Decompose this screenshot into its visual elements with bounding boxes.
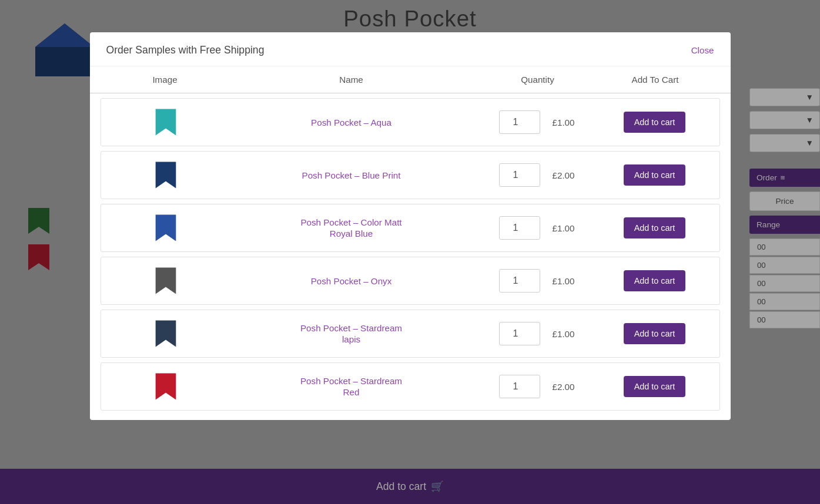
modal-overlay: Order Samples with Free Shipping Close I… xyxy=(0,0,820,504)
quantity-cell-aqua: £1.00 xyxy=(478,110,596,134)
add-to-cart-button-aqua[interactable]: Add to cart xyxy=(624,112,686,133)
product-image-lapis xyxy=(107,318,225,349)
table-row: Posh Pocket – Stardream lapis £1.00 Add … xyxy=(101,310,720,358)
col-header-name: Name xyxy=(224,75,479,85)
product-link-onyx[interactable]: Posh Pocket – Onyx xyxy=(311,276,392,286)
quantity-cell-blueprint: £2.00 xyxy=(478,163,596,187)
product-link-royalblue[interactable]: Posh Pocket – Color Matt xyxy=(300,217,401,227)
product-name-line2-lapis: lapis xyxy=(342,334,360,344)
table-body: Posh Pocket – Aqua £1.00 Add to cart xyxy=(90,93,731,420)
col-header-add-to-cart: Add To Cart xyxy=(597,75,714,85)
product-link-red[interactable]: Posh Pocket – Stardream xyxy=(300,376,402,386)
table-row: Posh Pocket – Color Matt Royal Blue £1.0… xyxy=(101,204,720,252)
price-onyx: £1.00 xyxy=(552,276,574,286)
product-name-lapis: Posh Pocket – Stardream lapis xyxy=(225,323,478,344)
add-to-cart-button-lapis[interactable]: Add to cart xyxy=(624,323,686,344)
quantity-cell-lapis: £1.00 xyxy=(478,322,596,345)
table-header: Image Name Quantity Add To Cart xyxy=(90,66,731,93)
product-link-aqua[interactable]: Posh Pocket – Aqua xyxy=(311,117,391,127)
table-row: Posh Pocket – Aqua £1.00 Add to cart xyxy=(101,98,720,146)
add-to-cart-cell-lapis: Add to cart xyxy=(596,323,714,344)
product-image-aqua xyxy=(107,107,225,137)
quantity-input-blueprint[interactable] xyxy=(499,163,540,187)
add-to-cart-button-onyx[interactable]: Add to cart xyxy=(624,270,686,291)
table-row: Posh Pocket – Onyx £1.00 Add to cart xyxy=(101,257,720,305)
add-to-cart-button-blueprint[interactable]: Add to cart xyxy=(624,164,686,186)
product-link-lapis[interactable]: Posh Pocket – Stardream xyxy=(300,323,402,333)
modal-close-button[interactable]: Close xyxy=(691,45,714,55)
order-samples-modal: Order Samples with Free Shipping Close I… xyxy=(90,32,731,420)
add-to-cart-cell-blueprint: Add to cart xyxy=(596,164,714,186)
product-name-line2-red: Red xyxy=(343,387,360,397)
add-to-cart-button-red[interactable]: Add to cart xyxy=(624,376,686,397)
product-name-onyx: Posh Pocket – Onyx xyxy=(225,276,478,286)
add-to-cart-cell-royalblue: Add to cart xyxy=(596,217,714,238)
add-to-cart-cell-red: Add to cart xyxy=(596,376,714,397)
table-row: Posh Pocket – Stardream Red £2.00 Add to… xyxy=(101,362,720,411)
quantity-input-aqua[interactable] xyxy=(499,110,540,134)
product-name-red: Posh Pocket – Stardream Red xyxy=(225,376,478,397)
quantity-input-lapis[interactable] xyxy=(499,322,540,345)
col-header-quantity: Quantity xyxy=(479,75,597,85)
product-name-line2-royalblue: Royal Blue xyxy=(330,229,373,238)
product-image-blueprint xyxy=(107,160,225,190)
add-to-cart-button-royalblue[interactable]: Add to cart xyxy=(624,217,686,238)
modal-header: Order Samples with Free Shipping Close xyxy=(90,32,731,66)
price-blueprint: £2.00 xyxy=(552,170,574,180)
product-image-royalblue xyxy=(107,213,225,243)
product-name-blueprint: Posh Pocket – Blue Print xyxy=(225,170,478,180)
table-row: Posh Pocket – Blue Print £2.00 Add to ca… xyxy=(101,151,720,199)
price-red: £2.00 xyxy=(552,382,574,392)
price-aqua: £1.00 xyxy=(552,117,574,127)
quantity-input-royalblue[interactable] xyxy=(499,216,540,240)
product-name-aqua: Posh Pocket – Aqua xyxy=(225,117,478,127)
modal-title: Order Samples with Free Shipping xyxy=(106,44,265,56)
price-lapis: £1.00 xyxy=(552,329,574,339)
product-image-onyx xyxy=(107,266,225,296)
product-link-blueprint[interactable]: Posh Pocket – Blue Print xyxy=(302,170,401,180)
product-image-red xyxy=(107,371,225,402)
quantity-cell-onyx: £1.00 xyxy=(478,269,596,293)
price-royalblue: £1.00 xyxy=(552,223,574,233)
quantity-input-onyx[interactable] xyxy=(499,269,540,293)
col-header-image: Image xyxy=(106,75,224,85)
product-name-royalblue: Posh Pocket – Color Matt Royal Blue xyxy=(225,217,478,238)
quantity-cell-red: £2.00 xyxy=(478,375,596,398)
add-to-cart-cell-aqua: Add to cart xyxy=(596,112,714,133)
add-to-cart-cell-onyx: Add to cart xyxy=(596,270,714,291)
quantity-cell-royalblue: £1.00 xyxy=(478,216,596,240)
quantity-input-red[interactable] xyxy=(499,375,540,398)
